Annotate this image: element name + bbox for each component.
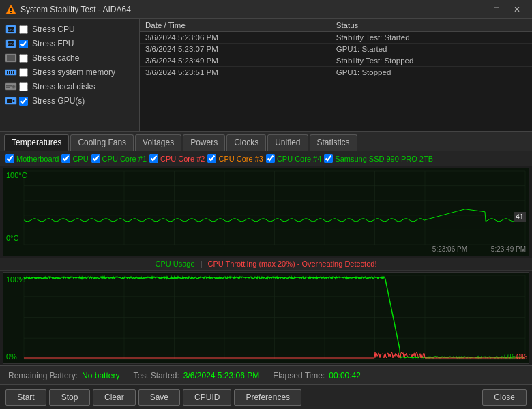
cpu-cb[interactable] <box>61 154 70 163</box>
legend-cpu-core-4[interactable]: CPU Core #4 <box>266 154 321 163</box>
stress-options-panel: CPU Stress CPU FPU Stress FPU Stress cac… <box>0 19 140 131</box>
charts-area: Motherboard CPU CPU Core #1 CPU Core #2 … <box>0 151 532 365</box>
tab-clocks[interactable]: Clocks <box>226 134 266 151</box>
log-panel: Date / Time Status 3/6/2024 5:23:06 PM S… <box>140 19 532 131</box>
status-bar: Remaining Battery: No battery Test Start… <box>0 365 532 384</box>
motherboard-cb[interactable] <box>5 154 14 163</box>
stress-cache-checkbox[interactable] <box>19 54 28 63</box>
cpu-legend: CPU Usage | CPU Throttling (max 20%) - O… <box>0 258 532 271</box>
stress-fpu-checkbox[interactable] <box>19 40 28 48</box>
tab-powers[interactable]: Powers <box>183 134 225 151</box>
cpu-core-4-legend-label: CPU Core #4 <box>277 155 321 163</box>
log-status-0: Stability Test: Started <box>331 32 532 44</box>
close-button[interactable]: Close <box>482 389 527 406</box>
window-title: System Stability Test - AIDA64 <box>20 5 467 14</box>
battery-value: No battery <box>82 371 119 380</box>
legend-ssd[interactable]: Samsung SSD 990 PRO 2TB <box>324 154 433 163</box>
cpu-core-1-legend-label: CPU Core #1 <box>102 155 147 163</box>
temp-y-min: 0°C <box>6 234 18 242</box>
legend-cpu[interactable]: CPU <box>61 154 88 163</box>
main-content: CPU Stress CPU FPU Stress FPU Stress cac… <box>0 19 532 409</box>
cpu-core-1-cb[interactable] <box>91 154 100 163</box>
stress-option-stress-fpu[interactable]: FPU Stress FPU <box>3 37 136 50</box>
stress-option-stress-cache[interactable]: Stress cache <box>3 52 136 64</box>
svg-rect-10 <box>7 55 15 57</box>
save-button[interactable]: Save <box>138 389 180 406</box>
test-started-label: Test Started: <box>133 371 179 380</box>
stop-button[interactable]: Stop <box>49 389 90 406</box>
stress-cache-icon <box>4 52 18 63</box>
title-bar: System Stability Test - AIDA64 — □ ✕ <box>0 0 532 19</box>
log-header-status: Status <box>331 19 532 32</box>
window-close-button[interactable]: ✕ <box>507 3 527 16</box>
stress-option-stress-gpus[interactable]: Stress GPU(s) <box>3 95 136 107</box>
svg-text:FPU: FPU <box>8 42 14 46</box>
tab-unified[interactable]: Unified <box>267 134 308 151</box>
legend-cpu-core-3[interactable]: CPU Core #3 <box>207 154 263 163</box>
log-row-0: 3/6/2024 5:23:06 PM Stability Test: Star… <box>140 32 532 44</box>
stress-cpu-icon: CPU <box>4 24 18 35</box>
temperature-legend: Motherboard CPU CPU Core #1 CPU Core #2 … <box>0 151 532 166</box>
minimize-button[interactable]: — <box>467 3 486 16</box>
clear-button[interactable]: Clear <box>93 389 136 406</box>
temp-value: 41 <box>514 212 526 222</box>
log-table: Date / Time Status 3/6/2024 5:23:06 PM S… <box>140 19 532 78</box>
tab-voltages[interactable]: Voltages <box>135 134 181 151</box>
log-status-3: GPU1: Stopped <box>331 67 532 78</box>
elapsed-value: 00:00:42 <box>329 371 361 380</box>
bottom-buttons: Start Stop Clear Save CPUID Preferences … <box>0 384 532 409</box>
cpu-core-2-legend-label: CPU Core #2 <box>160 155 205 163</box>
stress-system-memory-label: Stress system memory <box>32 67 115 77</box>
legend-motherboard[interactable]: Motherboard <box>5 154 59 163</box>
temp-time-right: 5:23:49 PM <box>491 245 526 253</box>
stress-cpu-checkbox[interactable] <box>19 25 28 34</box>
temp-y-max: 100°C <box>6 171 27 179</box>
cpu-value-1: 0% <box>504 352 515 361</box>
top-section: CPU Stress CPU FPU Stress FPU Stress cac… <box>0 19 532 132</box>
log-datetime-0: 3/6/2024 5:23:06 PM <box>140 32 331 44</box>
preferences-button[interactable]: Preferences <box>234 389 301 406</box>
cpuid-button[interactable]: CPUID <box>183 389 231 406</box>
svg-text:CPU: CPU <box>8 28 14 31</box>
cpu-y-min: 0% <box>6 352 17 361</box>
legend-cpu-core-1[interactable]: CPU Core #1 <box>91 154 147 163</box>
stress-gpus-icon <box>4 95 18 106</box>
battery-status: Remaining Battery: No battery <box>8 371 119 380</box>
tab-cooling-fans[interactable]: Cooling Fans <box>70 134 134 151</box>
log-row-1: 3/6/2024 5:23:07 PM GPU1: Started <box>140 44 532 55</box>
test-started-value: 3/6/2024 5:23:06 PM <box>183 371 259 380</box>
log-datetime-3: 3/6/2024 5:23:51 PM <box>140 67 331 78</box>
stress-local-disks-checkbox[interactable] <box>19 82 28 91</box>
stress-option-stress-cpu[interactable]: CPU Stress CPU <box>3 23 136 35</box>
cpu-value-2: 0% <box>516 352 527 361</box>
tab-temperatures[interactable]: Temperatures <box>4 134 69 151</box>
legend-cpu-core-2[interactable]: CPU Core #2 <box>149 154 205 163</box>
svg-rect-16 <box>11 71 12 74</box>
cpu-legend-label: CPU <box>72 155 88 163</box>
svg-rect-23 <box>7 99 12 103</box>
stress-cpu-label: Stress CPU <box>32 25 75 34</box>
svg-rect-1 <box>10 8 12 11</box>
stress-gpus-label: Stress GPU(s) <box>32 96 85 106</box>
cpu-usage-label: CPU Usage <box>156 260 195 268</box>
svg-rect-11 <box>7 57 15 59</box>
maximize-button[interactable]: □ <box>487 3 506 16</box>
stress-gpus-checkbox[interactable] <box>19 97 28 106</box>
svg-rect-2 <box>10 12 12 13</box>
elapsed-time-status: Elapsed Time: 00:00:42 <box>273 371 361 380</box>
tab-bar: TemperaturesCooling FansVoltagesPowersCl… <box>0 132 532 151</box>
stress-option-stress-system-memory[interactable]: Stress system memory <box>3 66 136 78</box>
start-button[interactable]: Start <box>5 389 46 406</box>
cpu-chart <box>3 273 529 363</box>
cpu-core-3-cb[interactable] <box>207 154 216 163</box>
svg-rect-15 <box>9 71 10 74</box>
ssd-cb[interactable] <box>324 154 333 163</box>
log-status-2: Stability Test: Stopped <box>331 55 532 67</box>
stress-option-stress-local-disks[interactable]: Stress local disks <box>3 80 136 93</box>
app-icon <box>5 4 16 15</box>
cpu-y-max: 100% <box>6 275 25 284</box>
cpu-core-2-cb[interactable] <box>149 154 158 163</box>
stress-system-memory-checkbox[interactable] <box>19 68 28 77</box>
tab-statistics[interactable]: Statistics <box>310 134 357 151</box>
cpu-core-4-cb[interactable] <box>266 154 275 163</box>
